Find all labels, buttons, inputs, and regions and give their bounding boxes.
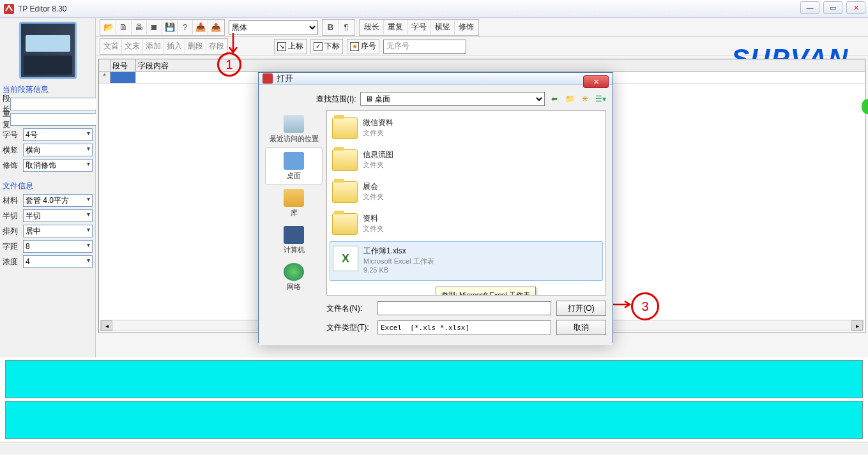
label-pailie: 排列 (3, 226, 23, 237)
paragraph-icon[interactable]: ¶ (339, 20, 354, 34)
location-select[interactable]: 🖥 桌面 (360, 92, 545, 106)
look-in-label: 查找范围(I): (316, 94, 356, 105)
btn-duan[interactable]: 段长 (360, 20, 384, 34)
file-list[interactable]: 微信资料文件夹 信息流图文件夹 展会文件夹 资料文件夹 X工作簿1.xlsxMi… (326, 110, 606, 296)
sequence-input[interactable] (383, 40, 466, 54)
btn-chongfu[interactable]: 重复 (384, 20, 407, 34)
sequence-toggle[interactable]: ★序号 (347, 39, 379, 54)
list-item[interactable]: 微信资料文件夹 (330, 114, 603, 146)
section-file-info: 文件信息 (3, 179, 93, 194)
label-ziju: 字距 (3, 241, 23, 252)
select-pailie[interactable]: 居中 (23, 225, 93, 237)
section-current-paragraph: 当前段落信息 (3, 83, 93, 98)
save-icon[interactable]: 💾 (162, 20, 178, 34)
dialog-title: 打开 (277, 73, 293, 84)
device-preview-image (19, 22, 77, 79)
folder-icon (332, 181, 358, 203)
svg-rect-1 (263, 73, 273, 84)
print-icon[interactable]: 🖶 (132, 20, 147, 34)
label-chong: 重复 (3, 109, 10, 130)
btn-delete[interactable]: 删段 (185, 40, 206, 54)
label-xiushi: 修饰 (3, 160, 23, 171)
superscript-toggle[interactable]: ↘上标 (274, 39, 307, 54)
label-cailiao: 材料 (3, 195, 23, 206)
place-library[interactable]: 库 (265, 184, 323, 221)
folder-icon (332, 149, 358, 171)
btn-save-seg[interactable]: 存段 (206, 40, 227, 54)
bold-icon[interactable]: B (323, 20, 339, 34)
maximize-button[interactable]: ▭ (823, 1, 842, 14)
btn-wenshou[interactable]: 文首 (101, 40, 122, 54)
font-family-select[interactable]: 黑体 (229, 20, 318, 34)
open-file-icon[interactable]: 📂 (101, 20, 116, 34)
import-icon[interactable]: 📥 (193, 20, 208, 34)
status-bar (0, 442, 868, 454)
up-icon[interactable]: 📁 (564, 93, 575, 105)
select-cailiao[interactable]: 套管 4.0平方 (23, 194, 93, 207)
filename-label: 文件名(N): (326, 303, 372, 314)
btn-add[interactable]: 添加 (143, 40, 164, 54)
help-icon[interactable]: ? (178, 20, 193, 34)
view-icon[interactable]: ☰▾ (595, 93, 606, 105)
minimize-button[interactable]: — (800, 1, 819, 14)
cancel-button[interactable]: 取消 (556, 320, 606, 335)
title-bar: TP Editor 8.30 — ▭ ✕ (0, 0, 868, 18)
col-content: 字段内容 (136, 59, 865, 71)
app-title: TP Editor 8.30 (18, 4, 67, 13)
grid-header: 段号 字段内容 (99, 59, 865, 72)
new-folder-icon[interactable]: ✳ (579, 93, 591, 105)
list-item[interactable]: 信息流图文件夹 (330, 146, 603, 177)
label-zihao: 字号 (3, 130, 23, 140)
label-hengshu: 横竖 (3, 145, 23, 156)
scroll-left-icon[interactable]: ◂ (101, 320, 112, 331)
window-controls: — ▭ ✕ (800, 1, 865, 14)
label-banqie: 半切 (3, 211, 23, 221)
select-xiushi[interactable]: 取消修饰 (23, 159, 93, 172)
list-item-selected[interactable]: X工作簿1.xlsxMicrosoft Excel 工作表9.25 KB (330, 241, 603, 281)
dialog-title-bar: 打开 ✕ (259, 73, 613, 85)
col-segment-no: 段号 (110, 59, 136, 71)
close-button[interactable]: ✕ (846, 1, 865, 14)
select-hengshu[interactable]: 横向 (23, 144, 93, 156)
app-icon (4, 4, 14, 14)
folder-icon (332, 117, 358, 139)
toolbar-1: 📂 🗎 🖶 ⏹ 💾 ? 📥 📤 黑体 B ¶ 段长 重复 字号 横竖 修饰 (96, 18, 868, 37)
dialog-icon (263, 73, 273, 84)
open-file-dialog: 打开 ✕ 查找范围(I): 🖥 桌面 ⬅ 📁 ✳ ☰▾ 最近访问的位置 桌面 库… (258, 72, 613, 343)
btn-hengshu[interactable]: 横竖 (431, 20, 455, 34)
btn-xiushi[interactable]: 修饰 (455, 20, 478, 34)
btn-zihao[interactable]: 字号 (407, 20, 431, 34)
select-zihao[interactable]: 4号 (23, 128, 93, 141)
filetype-select[interactable] (377, 320, 551, 334)
place-computer[interactable]: 计算机 (265, 221, 323, 258)
list-item[interactable]: 资料文件夹 (330, 209, 603, 241)
label-nongdu: 浓度 (3, 257, 23, 267)
scroll-right-icon[interactable]: ▸ (851, 320, 863, 331)
place-network[interactable]: 网络 (265, 258, 323, 296)
side-tab-icon[interactable] (862, 99, 868, 114)
stop-icon[interactable]: ⏹ (147, 20, 162, 34)
excel-file-icon: X (333, 246, 358, 271)
select-banqie[interactable]: 半切 (23, 209, 93, 222)
btn-insert[interactable]: 插入 (164, 40, 185, 54)
filetype-label: 文件类型(T): (326, 322, 372, 333)
dialog-close-button[interactable]: ✕ (583, 75, 609, 88)
file-tooltip: 类型: Microsoft Excel 工作表 大小: 9.25 KB 修改日期… (436, 287, 536, 296)
filename-input[interactable] (377, 301, 551, 315)
place-desktop[interactable]: 桌面 (265, 147, 323, 184)
list-item[interactable]: 展会文件夹 (330, 177, 603, 209)
btn-wenmo[interactable]: 文末 (122, 40, 143, 54)
select-ziju[interactable]: 8 (23, 240, 93, 253)
places-bar: 最近访问的位置 桌面 库 计算机 网络 (265, 110, 323, 296)
preview-strip-2 (5, 401, 863, 439)
back-icon[interactable]: ⬅ (549, 93, 560, 105)
preview-strip-1 (5, 360, 863, 398)
select-nongdu[interactable]: 4 (23, 255, 93, 268)
new-file-icon[interactable]: 🗎 (116, 20, 132, 34)
folder-icon (332, 213, 358, 235)
open-button[interactable]: 打开(O) (556, 301, 606, 316)
subscript-toggle[interactable]: ✓下标 (310, 39, 343, 54)
properties-panel: 当前段落信息 段长 重复 字号4号 横竖横向 修饰取消修饰 文件信息 材料套管 … (0, 18, 96, 357)
export-icon[interactable]: 📤 (208, 20, 224, 34)
place-recent[interactable]: 最近访问的位置 (265, 110, 323, 147)
